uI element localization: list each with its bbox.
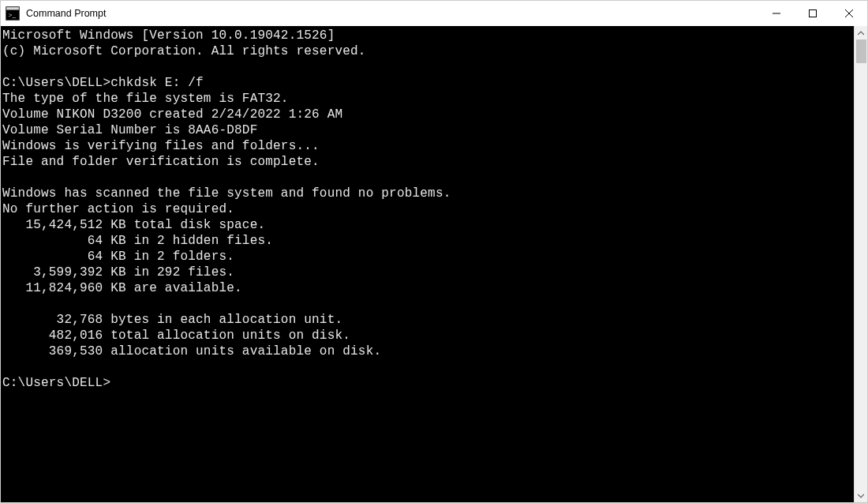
titlebar[interactable]: >_ Command Prompt — [1, 1, 867, 26]
cmd-icon: >_ — [6, 6, 20, 21]
scroll-up-button[interactable] — [855, 26, 868, 39]
scroll-down-button[interactable] — [855, 489, 868, 502]
maximize-button[interactable] — [795, 1, 831, 26]
svg-rect-1 — [6, 7, 19, 9]
minimize-button[interactable] — [758, 1, 795, 26]
client-area: Microsoft Windows [Version 10.0.19042.15… — [1, 26, 867, 502]
close-button[interactable] — [831, 1, 867, 26]
command-prompt-window: >_ Command Prompt Microsoft Windows [Ver… — [0, 0, 868, 503]
scrollbar-thumb[interactable] — [856, 39, 866, 63]
vertical-scrollbar[interactable] — [854, 26, 867, 502]
svg-rect-4 — [810, 10, 817, 17]
svg-text:>_: >_ — [8, 11, 16, 19]
window-title: Command Prompt — [26, 8, 106, 19]
scrollbar-track[interactable] — [855, 39, 868, 489]
console-output[interactable]: Microsoft Windows [Version 10.0.19042.15… — [1, 26, 854, 502]
